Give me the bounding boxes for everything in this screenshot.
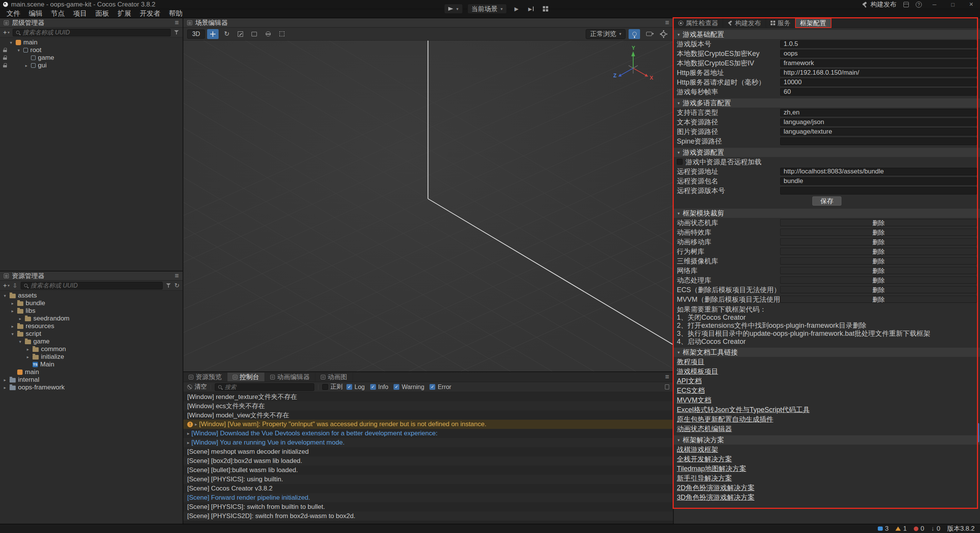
asset-node[interactable]: oops-framework: [0, 384, 183, 391]
expand-arrow-icon[interactable]: [27, 347, 33, 352]
warning-count-indicator[interactable]: 1: [895, 525, 906, 533]
axis-gizmo[interactable]: Y X Z: [609, 46, 659, 88]
expand-arrow-icon[interactable]: [11, 301, 17, 306]
text-input[interactable]: 1.0.5: [780, 40, 977, 48]
expand-arrow-icon[interactable]: [27, 355, 33, 360]
section-header[interactable]: 游戏多语言配置: [674, 98, 980, 108]
scene-settings-button[interactable]: [658, 29, 669, 39]
hierarchy-node[interactable]: root: [0, 46, 183, 54]
asset-node[interactable]: Main: [0, 361, 183, 368]
module-delete-button[interactable]: 删除: [780, 267, 977, 274]
doc-link[interactable]: ECS文档: [677, 386, 705, 395]
expand-arrow-icon[interactable]: [4, 385, 10, 390]
section-header[interactable]: 框架文档工具链接: [674, 348, 980, 357]
expand-arrow-icon[interactable]: [19, 339, 25, 344]
log-row[interactable]: [Scene] [bullet]:bullet wasm lib loaded.: [183, 466, 673, 475]
console-tab[interactable]: 动画图: [315, 373, 353, 381]
module-delete-button[interactable]: 删除: [780, 276, 977, 284]
log-expand-caret-icon[interactable]: [195, 422, 197, 427]
doc-link[interactable]: Tiledmap地图解决方案: [677, 464, 746, 473]
section-header[interactable]: 游戏基础配置: [674, 30, 980, 39]
console-searchbox[interactable]: [215, 383, 314, 391]
menu-item[interactable]: 文件: [2, 9, 24, 18]
doc-link[interactable]: 2D角色扮演游戏解决方案: [677, 483, 755, 492]
text-input[interactable]: oops: [780, 50, 977, 57]
menu-item[interactable]: 项目: [69, 9, 91, 18]
view-mode-select[interactable]: 正常浏览: [586, 29, 626, 39]
inspector-scrollbar-thumb[interactable]: [977, 423, 979, 442]
regex-toggle[interactable]: 正则: [322, 383, 343, 391]
scene-viewport[interactable]: Y X Z: [183, 41, 673, 371]
doc-link[interactable]: 战棋游戏框架: [677, 445, 718, 454]
hierarchy-searchbox[interactable]: [13, 29, 171, 36]
expand-arrow-icon[interactable]: [25, 63, 31, 68]
lock-icon[interactable]: [2, 55, 8, 60]
asset-node[interactable]: seedrandom: [0, 315, 183, 322]
expand-arrow-icon[interactable]: [19, 316, 25, 321]
lock-icon[interactable]: [2, 63, 8, 68]
text-input[interactable]: [780, 137, 977, 145]
lock-icon[interactable]: [2, 47, 8, 53]
scale-tool-button[interactable]: [235, 29, 246, 39]
rect-tool-button[interactable]: [248, 29, 260, 39]
doc-link[interactable]: 教程项目: [677, 357, 704, 366]
asset-node[interactable]: common: [0, 345, 183, 353]
assets-filter-icon[interactable]: [166, 283, 172, 288]
scene-menu-icon[interactable]: [665, 19, 669, 27]
hierarchy-node[interactable]: gui: [0, 62, 183, 69]
module-delete-button[interactable]: 删除: [780, 257, 977, 265]
module-delete-button[interactable]: 删除: [780, 219, 977, 226]
text-input[interactable]: http://192.168.0.150/main/: [780, 69, 977, 77]
filter-checkbox[interactable]: [394, 384, 399, 390]
snap-tool-button[interactable]: [276, 29, 287, 39]
refresh-icon[interactable]: [175, 281, 180, 289]
log-row[interactable]: [Scene] [PHYSICS]: switch from builtin t…: [183, 502, 673, 512]
expand-arrow-icon[interactable]: [11, 324, 17, 329]
section-header[interactable]: 框架模块裁剪: [674, 209, 980, 218]
text-input[interactable]: http://localhost:8083/assets/bundle: [780, 168, 977, 175]
asset-node[interactable]: libs: [0, 307, 183, 315]
console-search-input[interactable]: [225, 384, 312, 390]
assets-menu-icon[interactable]: [175, 272, 179, 280]
expand-arrow-icon[interactable]: [18, 48, 23, 53]
doc-link[interactable]: 全栈开发解决方案: [677, 455, 732, 464]
save-button[interactable]: 保存: [812, 196, 841, 206]
text-input[interactable]: framework: [780, 59, 977, 67]
expand-arrow-icon[interactable]: [4, 378, 10, 383]
log-row[interactable]: [Window] render_texture文件夹不存在: [183, 392, 673, 401]
dimension-toggle-button[interactable]: 3D: [187, 29, 205, 39]
module-delete-button[interactable]: 删除: [780, 238, 977, 245]
log-row[interactable]: [Scene] meshopt wasm decoder initialized: [183, 447, 673, 456]
console-menu-icon[interactable]: [665, 373, 669, 381]
pivot-tool-button[interactable]: [262, 29, 274, 39]
log-row[interactable]: [Window] [Vue warn]: Property "onInput" …: [183, 420, 673, 429]
add-node-button[interactable]: [3, 29, 10, 36]
section-header[interactable]: 框架解决方案: [674, 435, 980, 445]
menu-item[interactable]: 帮助: [165, 9, 187, 18]
text-input[interactable]: zh,en: [780, 109, 977, 116]
inspector-tab[interactable]: 构建发布: [723, 18, 766, 28]
asset-node[interactable]: resources: [0, 322, 183, 330]
add-asset-button[interactable]: [3, 282, 10, 289]
filter-checkbox[interactable]: [346, 384, 352, 390]
build-publish-button[interactable]: 构建发布: [861, 0, 897, 9]
maximize-button[interactable]: [947, 2, 959, 8]
scene-select[interactable]: 当前场景: [467, 4, 507, 14]
expand-arrow-icon[interactable]: [4, 293, 10, 298]
inspector-tab[interactable]: 框架配置: [795, 18, 831, 28]
help-icon[interactable]: [916, 2, 922, 8]
hierarchy-search-input[interactable]: [23, 29, 168, 36]
import-asset-icon[interactable]: [13, 281, 18, 289]
log-filter-toggle[interactable]: Error: [430, 384, 451, 391]
export-log-icon[interactable]: [665, 384, 669, 389]
log-row[interactable]: [Window] model_view文件夹不存在: [183, 410, 673, 420]
doc-link[interactable]: 新手引导解决方案: [677, 474, 732, 483]
text-input[interactable]: 60: [780, 88, 977, 96]
log-row[interactable]: [Window] You are running Vue in developm…: [183, 438, 673, 447]
filter-checkbox[interactable]: [370, 384, 376, 390]
error-count-indicator[interactable]: 0: [914, 525, 924, 533]
inspector-tab[interactable]: 属性检查器: [674, 18, 723, 28]
menu-item[interactable]: 开发者: [136, 9, 165, 18]
assets-searchbox[interactable]: [21, 282, 163, 289]
log-row[interactable]: [Window] ecs文件夹不存在: [183, 401, 673, 410]
